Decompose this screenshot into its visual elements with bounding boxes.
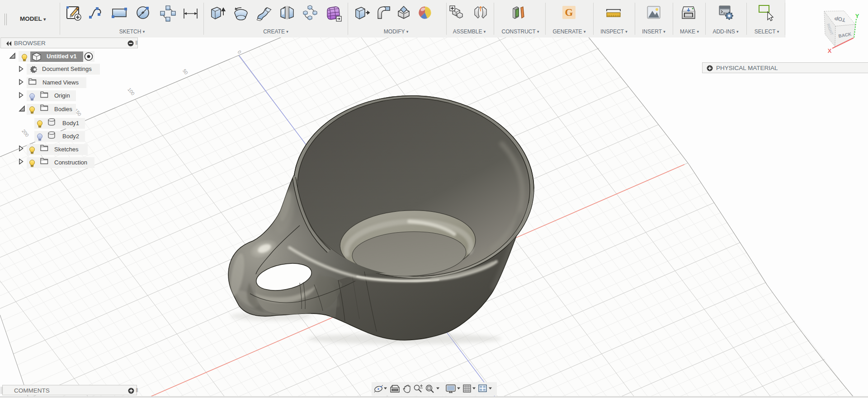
svg-text:G: G: [565, 7, 573, 18]
svg-text:Y: Y: [855, 13, 859, 19]
svg-text:50: 50: [182, 68, 189, 75]
svg-text:X: X: [828, 47, 832, 54]
